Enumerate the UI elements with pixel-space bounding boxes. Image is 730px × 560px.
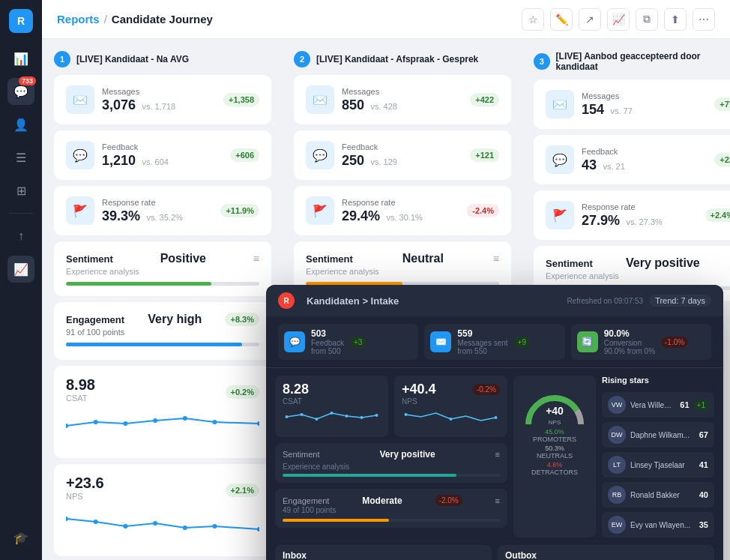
overlay-sent-val: Very positive <box>380 449 435 460</box>
svg-point-3 <box>153 418 157 423</box>
response-icon-1: 🚩 <box>66 196 94 225</box>
feedback-vs-2: vs. 129 <box>371 157 397 166</box>
chart-button[interactable]: 📈 <box>607 8 630 31</box>
rs-row-1: VW Vera Willebeord... 61 +1 <box>602 392 714 418</box>
feedback-label-2: Feedback <box>342 142 462 151</box>
header-actions: ☆ ✏️ ↗ 📈 ⧉ ⬆ ⋯ <box>522 8 715 31</box>
sidebar-item-graduation[interactable]: 🎓 <box>7 524 34 551</box>
sentiment-title-3: Sentiment <box>546 258 593 269</box>
response-vs-1: vs. 35.2% <box>147 213 183 222</box>
overlay-csat-stat: 8.28 CSAT <box>275 376 388 437</box>
gauge-neutrals: 50.3% <box>545 445 564 452</box>
messages-badge-2: +422 <box>470 93 499 106</box>
nps-label-1: NPS <box>66 492 104 501</box>
stage-1-num: 1 <box>54 51 70 67</box>
overlay-csat-val: 8.28 <box>283 382 381 397</box>
sidebar-item-list[interactable]: ☰ <box>7 144 34 171</box>
rs-name-5: Evy van Wlayen... <box>630 521 695 529</box>
stage-1-nps-card: +23.6 NPS +2.1% <box>54 464 271 556</box>
overlay-conversion-metric: 🔄 90.0% Conversion90.0% from 0% -1.0% <box>571 324 711 360</box>
reports-link[interactable]: Reports <box>57 13 100 25</box>
stage-1-csat-card: 8.98 CSAT +0.2% <box>54 366 271 458</box>
engagement-badge-1: +8.3% <box>225 313 259 326</box>
star-button[interactable]: ☆ <box>522 8 544 31</box>
sidebar: R 📊 💬 733 👤 ☰ ⊞ ↑ 📈 🎓 <box>0 0 42 560</box>
svg-text:+40: +40 <box>546 405 564 417</box>
feedback-info-2: Feedback 250 vs. 129 <box>342 142 462 169</box>
sentiment-sub-2: Experience analysis <box>306 267 499 276</box>
overlay-header: R Kandidaten > Intake Refreshed on 09:07… <box>266 285 723 316</box>
svg-point-16 <box>316 418 319 421</box>
stage-3-response-card: 🚩 Response rate 27.9% vs. 27.3% +2.4% <box>534 190 730 240</box>
svg-point-14 <box>286 415 289 418</box>
rs-avatar-5: EW <box>608 516 626 534</box>
overlay-conversion-sub: Conversion90.0% from 0% <box>604 339 655 355</box>
overlay-sentiment-card: Sentiment Very positive ≡ Experience ana… <box>275 443 507 483</box>
sidebar-item-analytics[interactable]: 📈 <box>7 256 34 283</box>
breadcrumb: Reports / Candidate Journey <box>57 13 213 25</box>
more-button[interactable]: ⋯ <box>693 8 715 31</box>
sidebar-item-users[interactable]: 👤 <box>7 111 34 138</box>
response-label-2: Response rate <box>342 198 459 207</box>
nps-gauge-svg: +40 NPS <box>521 383 588 428</box>
svg-point-4 <box>183 416 187 421</box>
overlay-nps-badge: -0.2% <box>473 384 500 395</box>
gauge-detractors: 4.6% <box>547 461 563 469</box>
sentiment-sub-1: Experience analysis <box>66 267 259 276</box>
svg-point-15 <box>301 413 304 416</box>
sidebar-item-grid[interactable]: ⊞ <box>7 177 34 204</box>
messages-label-1: Messages <box>102 87 216 96</box>
gauge-promoters: 45.0% <box>545 428 564 436</box>
inbox-outbox-section: Inbox RATING BY WHOMT RECEIVED 8.5 Rob S… <box>266 545 723 560</box>
share-button[interactable]: ↗ <box>579 8 601 31</box>
svg-point-20 <box>375 414 378 417</box>
rs-avatar-1: VW <box>608 396 626 414</box>
overlay-metrics-row: 💬 503 Feedbackfrom 500 +3 ✉️ 559 Message… <box>266 316 723 368</box>
engagement-bar-1 <box>66 343 259 346</box>
overlay-conversion-val: 90.0% <box>604 328 655 339</box>
copy-button[interactable]: ⧉ <box>636 8 658 31</box>
sidebar-item-reports[interactable]: 📊 <box>7 45 34 72</box>
stage-3-messages-card: ✉️ Messages 154 vs. 77 +77 <box>534 79 730 129</box>
messages-badge-3: +77 <box>714 97 730 111</box>
svg-point-8 <box>94 520 98 524</box>
overlay-feedback-icon: 💬 <box>284 331 305 352</box>
overlay-trend: Trend: 7 days <box>649 295 711 307</box>
rs-name-3: Linsey Tjaselaar <box>630 461 695 469</box>
svg-point-13 <box>257 527 259 532</box>
stage-1-header: 1 [LIVE] Kandidaat - Na AVG <box>54 51 271 67</box>
sentiment-sub-3: Experience analysis <box>546 271 730 280</box>
rs-score-2: 67 <box>699 430 708 439</box>
response-label-3: Response rate <box>582 202 698 211</box>
feedback-icon-3: 💬 <box>546 145 574 174</box>
feedback-value-2: 250 <box>342 153 364 168</box>
sidebar-logo: R <box>9 9 33 33</box>
overlay-messages-badge: +9 <box>514 337 530 348</box>
csat-value-1: 8.98 <box>66 376 95 394</box>
overlay-messages-sub: Messages sentfrom 550 <box>457 339 507 355</box>
svg-point-5 <box>212 420 217 424</box>
sidebar-item-chat[interactable]: 💬 733 <box>7 78 34 105</box>
overlay-sent-icon: ≡ <box>495 450 500 459</box>
response-vs-2: vs. 30.1% <box>387 213 423 222</box>
response-icon-3: 🚩 <box>546 201 574 229</box>
csat-badge-1: +0.2% <box>226 385 260 399</box>
overlay-sent-title: Sentiment <box>283 450 320 459</box>
header: Reports / Candidate Journey ☆ ✏️ ↗ 📈 ⧉ ⬆… <box>42 0 730 39</box>
svg-point-2 <box>123 421 127 426</box>
sentiment-bar-fill-1 <box>66 282 211 286</box>
sentiment-title-2: Sentiment <box>306 253 353 265</box>
svg-point-0 <box>66 424 68 428</box>
overlay-feedback-metric: 💬 503 Feedbackfrom 500 +3 <box>278 324 418 360</box>
sidebar-item-upload[interactable]: ↑ <box>7 223 34 250</box>
metric-info-2: Messages 850 vs. 428 <box>342 87 462 113</box>
download-button[interactable]: ⬆ <box>664 8 687 31</box>
sentiment-title-1: Sentiment <box>66 253 113 265</box>
stage-3-feedback-card: 💬 Feedback 43 vs. 21 +22 <box>534 135 730 184</box>
response-value-3: 27.9% <box>582 213 620 228</box>
feedback-value-1: 1,210 <box>102 153 136 168</box>
stage-1: 1 [LIVE] Kandidaat - Na AVG ✉️ Messages … <box>54 51 271 548</box>
csat-label-1: CSAT <box>66 394 95 403</box>
edit-button[interactable]: ✏️ <box>550 8 573 31</box>
sentiment-label-2: Neutral <box>402 252 444 265</box>
